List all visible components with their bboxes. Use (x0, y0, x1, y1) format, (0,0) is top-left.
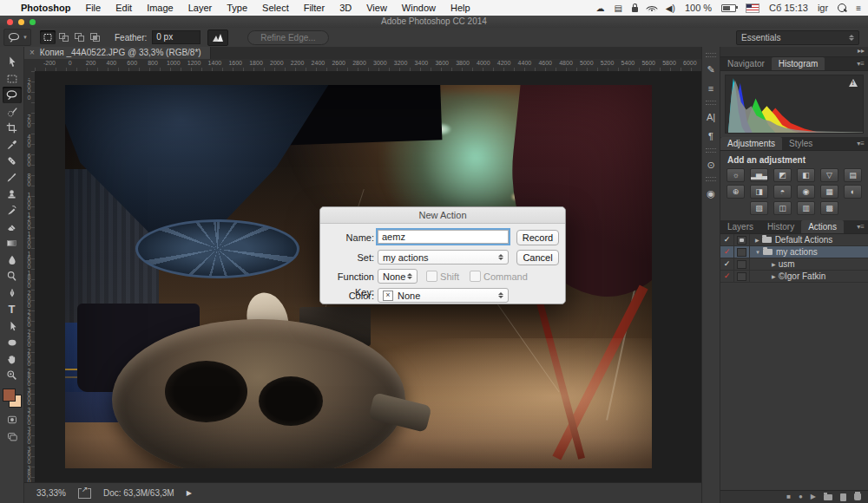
add-to-selection-mode-button[interactable] (56, 30, 71, 44)
tab-history[interactable]: History (760, 220, 801, 233)
document-tab[interactable]: × Копия _44A0522.JPG @ 33,3% (RGB/8*) (24, 47, 211, 59)
brush-presets-panel-icon[interactable]: ✎ (702, 60, 720, 79)
selective-color-icon[interactable]: ▩ (820, 201, 838, 215)
share-icon[interactable] (78, 488, 91, 499)
curves-icon[interactable]: ◩ (773, 168, 792, 182)
zoom-tool[interactable] (3, 367, 22, 383)
action-row[interactable]: ✓▶usm (720, 258, 868, 271)
menu-item-view[interactable]: View (366, 3, 387, 13)
command-checkbox[interactable] (470, 271, 481, 282)
quick-selection-tool[interactable] (3, 103, 22, 120)
blur-tool[interactable] (3, 252, 22, 268)
close-tab-icon[interactable]: × (30, 47, 35, 59)
action-row[interactable]: ✓▼my actions (720, 246, 868, 258)
threshold-icon[interactable]: ◫ (773, 201, 792, 215)
status-options-arrow-icon[interactable]: ▶ (187, 489, 192, 497)
tab-navigator[interactable]: Navigator (720, 57, 772, 70)
panel-menu-icon[interactable]: ▾≡ (857, 223, 865, 231)
action-enabled-check-icon[interactable]: ✓ (720, 258, 734, 270)
close-window-button[interactable] (7, 19, 13, 25)
menu-item-photoshop[interactable]: Photoshop (21, 3, 70, 13)
character-panel-icon[interactable]: A| (702, 108, 720, 127)
action-enabled-check-icon[interactable]: ✓ (720, 246, 734, 258)
menubar-user[interactable]: igr (818, 3, 828, 13)
histogram-warning-icon[interactable] (849, 79, 858, 87)
action-name-input[interactable]: aemz (378, 230, 509, 244)
spotlight-search-icon[interactable] (838, 3, 846, 12)
play-icon[interactable]: ▶ (811, 493, 816, 500)
lock-icon[interactable] (632, 7, 638, 12)
tab-adjustments[interactable]: Adjustments (720, 137, 782, 150)
dodge-tool[interactable] (3, 268, 22, 284)
menu-item-window[interactable]: Window (402, 3, 436, 13)
menubar-clock[interactable]: Сб 15:13 (769, 3, 808, 13)
levels-icon[interactable]: ▂▅▃ (750, 168, 768, 182)
action-enabled-check-icon[interactable]: ✓ (720, 234, 734, 245)
dialog-toggle-box[interactable] (737, 272, 746, 281)
hand-tool[interactable] (3, 350, 22, 367)
zoom-window-button[interactable] (30, 19, 36, 25)
expand-arrow-icon[interactable]: ▼ (755, 250, 760, 255)
dialog-toggle-box[interactable] (737, 236, 746, 245)
menu-item-edit[interactable]: Edit (115, 3, 132, 13)
dialog-toggle-cell[interactable] (734, 234, 750, 245)
menu-item-type[interactable]: Type (227, 3, 247, 13)
type-tool[interactable]: T (3, 301, 22, 317)
quick-mask-button[interactable] (3, 411, 22, 428)
cancel-button[interactable]: Cancel (516, 250, 559, 265)
new-action-icon[interactable] (840, 493, 846, 501)
posterize-icon[interactable]: ▨ (750, 201, 768, 215)
expand-arrow-icon[interactable]: ▶ (755, 237, 760, 243)
path-selection-tool[interactable] (3, 317, 22, 334)
dock-grip[interactable] (706, 148, 716, 153)
gradient-tool[interactable] (3, 235, 22, 252)
expand-arrow-icon[interactable]: ▶ (772, 273, 776, 279)
tab-actions[interactable]: Actions (801, 220, 844, 233)
intersect-selection-mode-button[interactable] (87, 30, 102, 44)
new-selection-mode-button[interactable] (40, 30, 56, 44)
stop-recording-icon[interactable]: ■ (786, 493, 791, 500)
menu-item-layer[interactable]: Layer (188, 3, 213, 13)
dock-grip[interactable] (706, 101, 716, 105)
eraser-tool[interactable] (3, 219, 22, 235)
notification-center-icon[interactable]: ≡ (856, 3, 861, 13)
color-theme-panel-icon[interactable]: ◉ (702, 184, 720, 203)
record-icon[interactable]: ● (799, 493, 803, 500)
menu-item-filter[interactable]: Filter (304, 3, 325, 13)
clone-stamp-tool[interactable] (3, 186, 22, 202)
action-row[interactable]: ✓▶Default Actions (720, 234, 868, 246)
tab-histogram[interactable]: Histogram (772, 57, 825, 70)
menu-item-image[interactable]: Image (147, 3, 174, 13)
dock-grip[interactable] (706, 177, 716, 181)
collapse-to-icons-icon[interactable]: ▸▸ (858, 47, 865, 55)
color-dropdown[interactable]: × None (378, 288, 509, 303)
brush-tool[interactable] (3, 169, 22, 186)
zoom-level-field[interactable]: 33,33% (36, 488, 66, 498)
screen-mode-button[interactable] (3, 428, 22, 444)
color-lookup-icon[interactable]: ▦ (820, 185, 838, 199)
tab-layers[interactable]: Layers (720, 220, 760, 233)
expand-arrow-icon[interactable]: ▶ (772, 261, 776, 267)
new-action-set-icon[interactable] (824, 494, 832, 500)
shape-tool[interactable] (3, 334, 22, 350)
foreground-color-swatch[interactable] (3, 389, 16, 402)
dialog-toggle-cell[interactable] (734, 258, 750, 270)
move-tool[interactable] (3, 54, 22, 70)
photo-filter-icon[interactable]: ◓ (773, 185, 792, 199)
set-dropdown[interactable]: my actions (378, 250, 509, 265)
invert-icon[interactable]: ◐ (844, 185, 862, 199)
marquee-tool[interactable] (3, 70, 22, 87)
display-icon[interactable]: ▤ (614, 3, 621, 13)
feather-input[interactable]: 0 px (152, 30, 201, 44)
black-white-icon[interactable]: ◨ (750, 185, 768, 199)
hue-saturation-icon[interactable]: ▤ (844, 168, 862, 182)
menu-item-file[interactable]: File (85, 3, 101, 13)
refine-edge-preview-button[interactable] (207, 29, 228, 46)
menu-item-help[interactable]: Help (450, 3, 470, 13)
function-key-dropdown[interactable]: None (378, 269, 418, 284)
device-preview-panel-icon[interactable]: ⊙ (702, 155, 720, 174)
pen-tool[interactable] (3, 284, 22, 301)
record-button[interactable]: Record (516, 230, 559, 245)
eyedropper-tool[interactable] (3, 136, 22, 153)
color-balance-icon[interactable]: ⊕ (727, 185, 745, 199)
